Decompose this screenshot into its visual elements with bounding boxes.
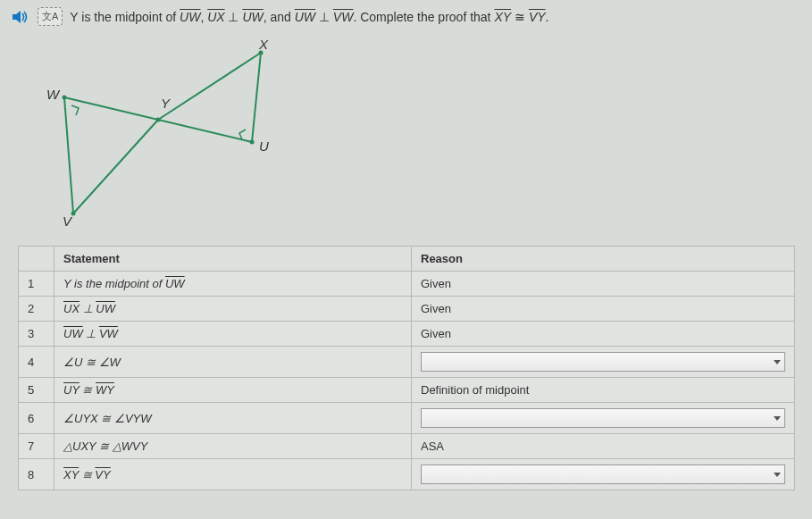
reason-dropdown[interactable] xyxy=(421,352,785,372)
table-row: 4 ∠U ≅ ∠W xyxy=(19,347,795,378)
chevron-down-icon xyxy=(774,360,781,364)
row-number: 1 xyxy=(19,272,54,297)
point-w-label: W xyxy=(46,87,59,102)
row-number: 6 xyxy=(19,403,54,434)
chevron-down-icon xyxy=(774,416,781,421)
geometry-diagram: X U W Y V xyxy=(29,35,314,231)
segment-uw3: UW xyxy=(295,10,315,24)
svg-line-3 xyxy=(64,97,73,213)
table-row: 8 XY ≅ VY xyxy=(19,459,795,490)
proof-table: Statement Reason 1 Y is the midpoint of … xyxy=(18,246,795,490)
reason-cell xyxy=(412,403,795,434)
row-number: 7 xyxy=(19,434,54,459)
segment-uw: UW xyxy=(180,10,200,24)
reason-dropdown[interactable] xyxy=(421,408,785,428)
translate-icon[interactable]: 文A xyxy=(38,7,63,26)
header-statement: Statement xyxy=(54,247,412,272)
statement-cell: ∠U ≅ ∠W xyxy=(54,347,412,378)
header-blank xyxy=(19,247,54,272)
table-row: 7 △UXY ≅ △WVY ASA xyxy=(19,434,795,459)
reason-cell: Definition of midpoint xyxy=(412,378,795,403)
segment-uw2: UW xyxy=(242,10,263,24)
point-x-label: X xyxy=(259,37,268,52)
statement-cell: XY ≅ VY xyxy=(54,459,412,490)
point-y-label: Y xyxy=(161,96,170,111)
point-u-label: U xyxy=(259,138,269,154)
svg-line-4 xyxy=(73,120,158,213)
svg-line-1 xyxy=(252,53,261,142)
statement-cell: △UXY ≅ △WVY xyxy=(54,434,412,459)
audio-icon[interactable] xyxy=(11,8,30,26)
svg-point-5 xyxy=(63,96,67,100)
problem-prompt: Y is the midpoint of UW, UX ⊥ UW, and UW… xyxy=(70,10,801,24)
row-number: 4 xyxy=(19,347,54,378)
row-number: 8 xyxy=(19,459,54,490)
segment-xy: XY xyxy=(494,10,511,24)
segment-vy: VY xyxy=(529,10,546,24)
header-reason: Reason xyxy=(412,247,795,272)
statement-cell: Y is the midpoint of UW xyxy=(54,272,412,297)
row-number: 3 xyxy=(19,322,54,347)
svg-line-2 xyxy=(158,53,261,120)
prompt-text: Y is the midpoint of xyxy=(70,10,180,24)
svg-point-8 xyxy=(71,212,76,216)
statement-cell: UX ⊥ UW xyxy=(54,297,412,322)
reason-cell: Given xyxy=(412,272,795,297)
row-number: 2 xyxy=(19,297,54,322)
segment-ux: UX xyxy=(207,10,224,24)
table-row: 1 Y is the midpoint of UW Given xyxy=(19,272,795,297)
reason-cell: Given xyxy=(412,322,795,347)
statement-cell: UW ⊥ VW xyxy=(54,322,412,347)
svg-point-9 xyxy=(156,118,161,122)
chevron-down-icon xyxy=(774,473,781,477)
table-row: 2 UX ⊥ UW Given xyxy=(19,297,795,322)
point-v-label: V xyxy=(63,213,71,229)
statement-cell: UY ≅ WY xyxy=(54,378,412,403)
reason-cell: Given xyxy=(412,297,795,322)
reason-cell xyxy=(412,459,795,490)
table-row: 6 ∠UYX ≅ ∠VYW xyxy=(19,403,795,434)
row-number: 5 xyxy=(19,378,54,403)
table-row: 5 UY ≅ WY Definition of midpoint xyxy=(19,378,795,403)
segment-vw: VW xyxy=(333,10,354,24)
reason-dropdown[interactable] xyxy=(421,465,785,484)
statement-cell: ∠UYX ≅ ∠VYW xyxy=(54,403,412,434)
reason-cell: ASA xyxy=(412,434,795,459)
table-row: 3 UW ⊥ VW Given xyxy=(19,322,795,347)
svg-point-6 xyxy=(250,140,255,145)
reason-cell xyxy=(412,347,795,378)
